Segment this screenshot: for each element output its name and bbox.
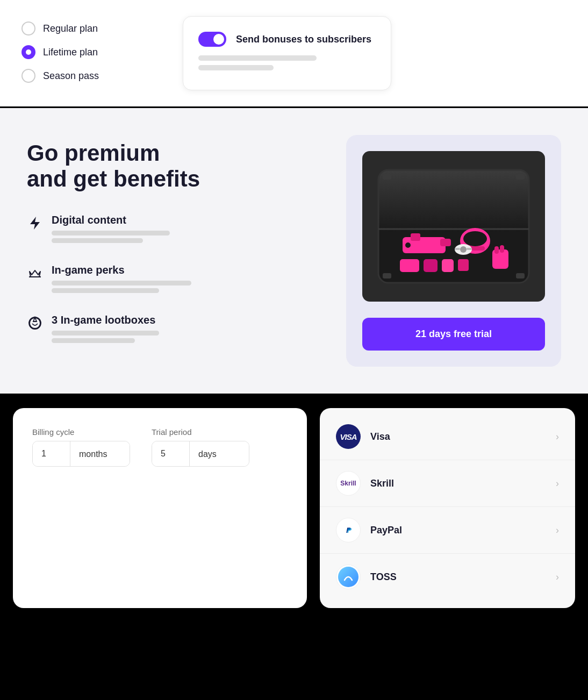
bottom-section: Billing cycle months weeks years Trial p… [0,395,588,621]
benefit-lootboxes-name: 3 In-game lootboxes [52,314,314,326]
benefit-perks-name: In-game perks [52,264,314,276]
payment-card: VISA Visa › Skrill Skrill › PayPal › [320,408,575,608]
plan-label-season: Season pass [43,70,99,82]
trial-button[interactable]: 21 days free trial [362,318,545,351]
lightning-icon [27,215,43,231]
billing-card: Billing cycle months weeks years Trial p… [13,408,307,608]
benefit-perks-desc1 [52,281,191,285]
plan-item-regular[interactable]: Regular plan [21,22,140,35]
svg-rect-9 [516,273,525,278]
billing-cycle-label: Billing cycle [32,427,130,437]
visa-label: Visa [370,431,546,442]
billing-cycle-unit[interactable]: months weeks years [70,441,130,466]
radio-season [21,69,35,83]
benefit-perks-desc2 [52,288,159,293]
svg-rect-23 [500,245,504,253]
svg-point-15 [463,231,487,246]
promo-image [362,151,545,302]
billing-cycle-number[interactable] [33,441,70,466]
billing-cycle-field: Billing cycle months weeks years [32,427,130,467]
toggle-card: Send bonuses to subscribers [183,16,391,90]
svg-point-13 [405,242,411,248]
toggle-row: Send bonuses to subscribers [198,32,371,47]
visa-logo: VISA [336,424,361,449]
benefit-lootboxes-text: 3 In-game lootboxes [52,314,314,346]
svg-rect-7 [516,174,525,180]
toggle-label: Send bonuses to subscribers [236,34,371,45]
toggle-desc-1 [198,55,317,61]
plan-list: Regular plan Lifetime plan Season pass [21,16,140,83]
svg-rect-8 [383,273,391,278]
top-section: Regular plan Lifetime plan Season pass S… [0,0,588,108]
trial-period-input-group: days weeks [152,441,249,467]
benefits-title: Go premium and get benefits [27,140,314,192]
svg-rect-3 [378,170,529,232]
promo-card: 21 days free trial [346,135,561,367]
benefit-digital-desc2 [52,238,143,243]
trial-period-unit[interactable]: days weeks [190,441,249,466]
radio-lifetime [21,45,35,59]
svg-rect-11 [411,233,420,241]
toss-chevron: › [556,572,559,583]
svg-rect-20 [458,259,469,271]
crown-icon [27,265,43,281]
trial-period-label: Trial period [152,427,249,437]
benefits-left: Go premium and get benefits Digital cont… [27,135,314,364]
paypal-chevron: › [556,525,559,536]
radio-regular [21,22,35,35]
payment-skrill[interactable]: Skrill Skrill › [320,460,575,507]
paypal-logo [336,518,361,542]
svg-rect-26 [455,248,460,250]
svg-rect-27 [467,248,472,250]
benefit-lootboxes-desc1 [52,331,159,335]
payment-paypal[interactable]: PayPal › [320,507,575,554]
benefit-lootboxes: 3 In-game lootboxes [27,314,314,346]
svg-point-25 [460,246,467,253]
benefit-digital-desc1 [52,231,170,235]
svg-rect-6 [383,174,391,180]
visa-chevron: › [556,431,559,442]
toss-logo [336,565,361,589]
plan-label-regular: Regular plan [43,23,98,34]
billing-cols: Billing cycle months weeks years Trial p… [32,427,288,467]
svg-rect-22 [494,246,499,254]
middle-section: Go premium and get benefits Digital cont… [0,108,588,395]
paypal-label: PayPal [370,525,546,536]
toggle-desc-2 [198,65,274,70]
skrill-chevron: › [556,478,559,489]
payment-toss[interactable]: TOSS › [320,554,575,600]
skrill-label: Skrill [370,478,546,489]
plan-item-season[interactable]: Season pass [21,69,140,83]
benefit-digital-text: Digital content [52,214,314,246]
payment-visa[interactable]: VISA Visa › [320,413,575,460]
trial-period-number[interactable] [152,441,190,466]
benefit-perks-text: In-game perks [52,264,314,296]
skrill-logo: Skrill [336,471,361,496]
benefit-digital-name: Digital content [52,214,314,226]
svg-rect-18 [424,259,438,272]
benefit-lootboxes-desc2 [52,338,135,343]
plan-item-lifetime[interactable]: Lifetime plan [21,45,140,59]
svg-rect-12 [440,239,451,246]
trial-period-field: Trial period days weeks [152,427,249,467]
lootbox-icon [27,315,43,331]
plan-label-lifetime: Lifetime plan [43,47,98,58]
billing-cycle-input-group: months weeks years [32,441,130,467]
svg-point-0 [30,318,40,328]
benefit-digital: Digital content [27,214,314,246]
bonus-toggle[interactable] [198,32,226,47]
benefit-perks: In-game perks [27,264,314,296]
toss-label: TOSS [370,572,546,583]
svg-rect-19 [442,259,454,272]
svg-rect-17 [400,259,419,272]
